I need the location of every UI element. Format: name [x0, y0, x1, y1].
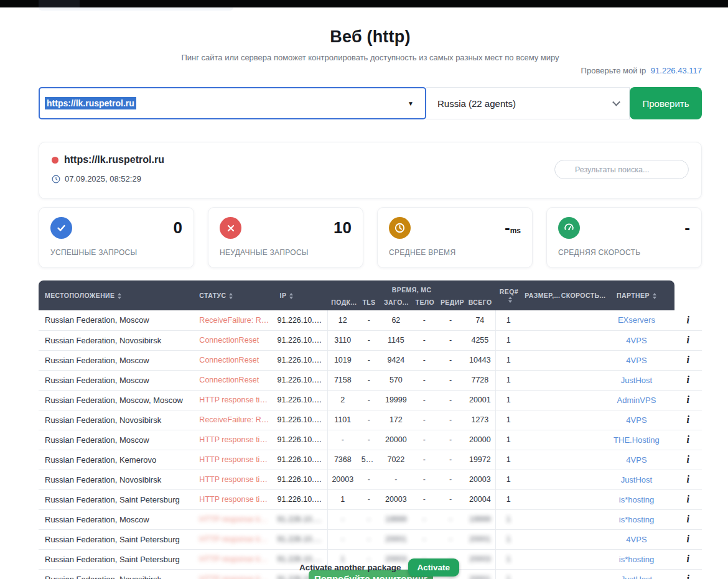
partner-link[interactable]: 4VPS	[626, 535, 646, 544]
info-icon[interactable]: i	[674, 390, 702, 410]
clock-circle-icon	[389, 217, 411, 239]
my-ip-link[interactable]: 91.226.43.117	[651, 66, 702, 75]
partner-link[interactable]: is*hosting	[619, 555, 654, 564]
activate-button[interactable]: Activate	[408, 558, 460, 577]
info-icon[interactable]: i	[674, 489, 702, 509]
col-header-location[interactable]: МЕСТОПОЛОЖЕНИЕ	[39, 280, 195, 310]
stat-card-success: 0 УСПЕШНЫЕ ЗАПРОСЫ	[39, 207, 194, 268]
time-load-cell: 172	[380, 410, 411, 430]
partner-link[interactable]: JustHost	[621, 475, 653, 484]
agents-select-value: Russia (22 agents)	[437, 98, 516, 109]
window-top-strip	[39, 7, 233, 11]
sort-icon	[118, 293, 121, 299]
time-body-cell: -	[412, 350, 437, 370]
size-cell	[521, 450, 558, 470]
url-combobox[interactable]: https://lk.ruspetrol.ru ▼	[39, 87, 426, 119]
partner-link[interactable]: EXservers	[618, 315, 655, 325]
ip-cell: 91.226.10.121	[276, 350, 328, 370]
stat-value: -	[684, 218, 690, 238]
partner-link[interactable]: is*hosting	[619, 495, 654, 504]
time-body-cell: -	[412, 410, 437, 430]
time-redir-cell: -	[437, 390, 464, 410]
table-row: Russian Federation, NovosibirskConnectio…	[39, 330, 702, 350]
info-icon[interactable]: i	[674, 509, 702, 529]
partner-link[interactable]: 4VPS	[626, 356, 646, 365]
col-header-speed[interactable]: СКОРОСТЬ...	[558, 280, 599, 310]
info-icon[interactable]: i	[674, 430, 702, 450]
time-conn-cell: 12	[327, 310, 357, 330]
table-row: Russian Federation, KemerovoHTTP respons…	[39, 450, 702, 470]
results-search-input[interactable]	[554, 160, 689, 179]
partner-link[interactable]: THE.Hosting	[614, 435, 660, 445]
page-title: Веб (http)	[39, 27, 702, 47]
partner-link[interactable]: 4VPS	[626, 336, 646, 345]
col-header-load[interactable]: ЗАГО...	[380, 297, 411, 310]
col-header-conn[interactable]: ПОДК...	[327, 297, 357, 310]
time-total-cell: 1273	[464, 410, 495, 430]
page-subtitle: Пинг сайта или сервера поможет контролир…	[39, 53, 702, 62]
info-icon[interactable]: i	[674, 470, 702, 489]
req-cell: 1	[496, 549, 521, 569]
ip-cell: 91.226.10.121	[276, 310, 328, 330]
col-header-redir[interactable]: РЕДИР	[437, 297, 464, 310]
col-header-body[interactable]: ТЕЛО	[412, 297, 437, 310]
time-total-cell: 10443	[464, 350, 495, 370]
col-header-total[interactable]: ВСЕГО	[464, 297, 495, 310]
ip-cell: 91.226.10.121	[276, 410, 328, 430]
location-cell: Russian Federation, Moscow	[39, 509, 195, 529]
info-icon[interactable]: i	[674, 410, 702, 430]
result-card: https://lk.ruspetrol.ru 07.09.2025, 08:5…	[39, 142, 702, 199]
info-icon[interactable]: i	[674, 330, 702, 350]
partner-link[interactable]: is*hosting	[619, 515, 654, 524]
table-row: Russian Federation, Saint PetersburgHTTP…	[39, 529, 702, 549]
time-load-cell: 19999	[380, 509, 411, 529]
col-header-ip[interactable]: IP	[276, 280, 328, 310]
stat-label: НЕУДАЧНЫЕ ЗАПРОСЫ	[220, 248, 352, 257]
stat-card-avg-time: -ms СРЕДНЕЕ ВРЕМЯ	[377, 207, 533, 268]
info-icon[interactable]: i	[674, 350, 702, 370]
url-input-value[interactable]: https://lk.ruspetrol.ru	[45, 97, 136, 109]
col-header-size[interactable]: РАЗМЕР,...	[521, 280, 558, 310]
stat-label: СРЕДНЕЕ ВРЕМЯ	[389, 248, 521, 257]
time-body-cell: -	[412, 390, 437, 410]
time-body-cell: -	[412, 370, 437, 390]
partner-cell: is*hosting	[599, 509, 674, 529]
sort-icon	[653, 293, 656, 299]
col-header-partner[interactable]: ПАРТНЕР	[599, 280, 674, 310]
partner-link[interactable]: JustHost	[621, 376, 653, 385]
partner-link[interactable]: 4VPS	[626, 455, 646, 465]
col-header-status[interactable]: СТАТУС	[195, 280, 276, 310]
clock-icon	[52, 175, 60, 183]
req-cell: 1	[496, 310, 521, 330]
info-icon[interactable]: i	[674, 529, 702, 549]
time-tls-cell: -	[358, 509, 380, 529]
activate-text: Activate another package	[299, 563, 401, 572]
info-icon[interactable]: i	[674, 450, 702, 470]
check-button[interactable]: Проверить	[630, 87, 702, 119]
speed-cell	[558, 350, 599, 370]
time-conn-cell: -	[327, 509, 357, 529]
partner-link[interactable]: 4VPS	[626, 415, 646, 425]
stat-value: 0	[174, 218, 182, 238]
agents-select[interactable]: Russia (22 agents)	[426, 87, 630, 119]
status-cell: HTTP response time...	[195, 549, 276, 569]
combobox-caret-icon[interactable]: ▼	[408, 100, 414, 107]
partner-link[interactable]: JustHost	[621, 575, 653, 579]
time-redir-cell: -	[437, 370, 464, 390]
time-total-cell: 4255	[464, 330, 495, 350]
window-top-notch	[39, 0, 80, 7]
time-total-cell: 7728	[464, 370, 495, 390]
time-total-cell: 20001	[464, 569, 495, 579]
stat-label: УСПЕШНЫЕ ЗАПРОСЫ	[50, 248, 182, 257]
info-icon[interactable]: i	[674, 549, 702, 569]
time-body-cell: -	[412, 489, 437, 509]
activate-tooltip: Activate another package Activate	[299, 558, 459, 577]
info-icon[interactable]: i	[674, 569, 702, 579]
partner-link[interactable]: AdminVPS	[617, 396, 656, 405]
speed-cell	[558, 390, 599, 410]
col-header-req[interactable]: REQ#	[496, 280, 521, 310]
info-icon[interactable]: i	[674, 310, 702, 330]
info-icon[interactable]: i	[674, 370, 702, 390]
check-circle-icon	[50, 217, 72, 239]
col-header-tls[interactable]: TLS	[358, 297, 380, 310]
